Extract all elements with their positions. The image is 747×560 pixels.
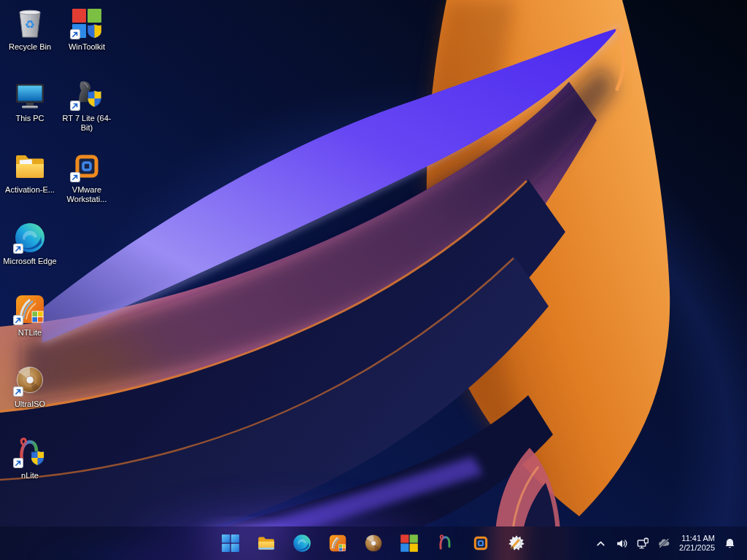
shortcut-arrow-icon <box>13 458 23 468</box>
taskbar-center-buttons <box>216 529 531 558</box>
desktop-icon-label: UltraISO <box>15 400 45 409</box>
desktop-icon-label: Activation-E... <box>5 185 55 195</box>
paint-splat-pencil-icon <box>507 534 526 553</box>
desktop-icon-label: nLite <box>21 471 39 481</box>
ntlite-logo-icon <box>328 534 347 553</box>
desktop-stage: ♻ Recycle Bin This PC Activation-E... <box>0 0 747 560</box>
system-tray: 11:41 AM 2/21/2025 <box>592 526 747 560</box>
desktop-icon-label: Recycle Bin <box>9 42 51 52</box>
taskbar-button-ultraiso[interactable] <box>359 529 388 558</box>
file-explorer-folder-icon <box>257 534 276 553</box>
taskbar-button-microsoft-edge[interactable] <box>287 529 317 558</box>
folder-icon <box>14 150 46 182</box>
desktop-icon-activation-folder[interactable]: Activation-E... <box>1 146 58 217</box>
tray-notifications-button[interactable] <box>721 531 738 556</box>
desktop-icon-ntlite[interactable]: NTLite <box>1 289 58 360</box>
taskbar-clock[interactable]: 11:41 AM 2/21/2025 <box>677 531 717 556</box>
taskbar-button-start[interactable] <box>216 529 245 558</box>
tray-hidden-icons-button[interactable] <box>592 531 609 556</box>
desktop-icon-nlite[interactable]: nLite <box>1 432 58 503</box>
ethernet-network-icon <box>637 537 649 550</box>
desktop-icon-vmware-workstation[interactable]: VMware Workstati... <box>58 146 115 217</box>
desktop-icon-label: WinToolkit <box>69 42 105 52</box>
clock-time: 11:41 AM <box>679 534 715 544</box>
chevron-up-icon <box>595 537 607 550</box>
notification-bell-icon <box>724 537 736 550</box>
taskbar-button-wintoolkit[interactable] <box>395 529 424 558</box>
vmware-rings-icon <box>471 534 490 553</box>
shortcut-arrow-icon <box>70 101 80 111</box>
tray-onedrive-button[interactable] <box>656 531 673 556</box>
desktop-icon-recycle-bin[interactable]: ♻ Recycle Bin <box>1 3 58 74</box>
desktop-icon-this-pc[interactable]: This PC <box>1 74 58 146</box>
desktop-icon-label: Microsoft Edge <box>3 257 56 266</box>
shortcut-arrow-icon <box>13 386 23 397</box>
nlite-ribbon-icon <box>436 534 454 553</box>
shortcut-arrow-icon <box>13 315 23 325</box>
onedrive-disconnected-cloud-icon <box>658 537 670 550</box>
windows-start-icon <box>221 534 240 553</box>
desktop-icon-label: RT 7 Lite (64-Bit) <box>59 114 115 133</box>
taskbar-button-nlite[interactable] <box>430 529 460 558</box>
taskbar: 11:41 AM 2/21/2025 <box>0 526 747 560</box>
taskbar-button-ntlite[interactable] <box>323 529 352 558</box>
volume-speaker-icon <box>616 537 628 550</box>
desktop-icon-rt-7-lite[interactable]: RT 7 Lite (64-Bit) <box>58 74 115 146</box>
desktop-icon-ultraiso[interactable]: UltraISO <box>1 360 58 432</box>
desktop-icon-grid: ♻ Recycle Bin This PC Activation-E... <box>1 3 115 503</box>
desktop-icon-label: This PC <box>15 114 44 123</box>
shortcut-arrow-icon <box>70 172 80 182</box>
taskbar-button-file-explorer[interactable] <box>252 529 281 558</box>
desktop-icon-label: NTLite <box>18 328 42 338</box>
recycle-bin-icon: ♻ <box>14 7 46 39</box>
desktop-icon-wintoolkit[interactable]: WinToolkit <box>58 3 115 74</box>
tray-volume-button[interactable] <box>614 531 630 556</box>
shortcut-arrow-icon <box>13 244 23 254</box>
shortcut-arrow-icon <box>70 29 80 39</box>
taskbar-button-paint-splat-app[interactable] <box>502 529 531 558</box>
wintoolkit-flag-icon <box>400 534 419 553</box>
this-pc-monitor-icon <box>14 79 46 111</box>
svg-text:♻: ♻ <box>25 18 35 31</box>
desktop-icon-label: VMware Workstati... <box>59 185 115 204</box>
edge-logo-icon <box>293 534 311 553</box>
taskbar-button-vmware-workstation[interactable] <box>466 529 495 558</box>
cd-disc-icon <box>364 534 383 553</box>
clock-date: 2/21/2025 <box>679 543 715 553</box>
tray-network-button[interactable] <box>635 531 651 556</box>
desktop-icon-microsoft-edge[interactable]: Microsoft Edge <box>1 217 58 289</box>
